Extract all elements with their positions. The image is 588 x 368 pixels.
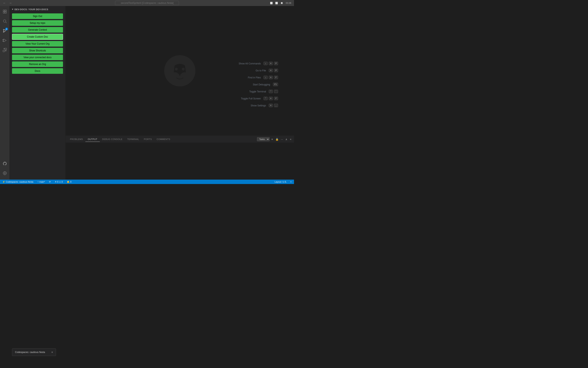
svg-point-22 — [175, 68, 178, 70]
tab-comments[interactable]: COMMENTS — [154, 137, 173, 142]
shortcut-start-debugging: Start Debugging F5 — [239, 83, 278, 86]
panel-close-icon[interactable]: × — [289, 138, 292, 141]
remove-org-button[interactable]: Remove an Org — [12, 61, 63, 67]
status-notifications[interactable]: 🔔 0 — [66, 181, 72, 183]
window-fullscreen-icon[interactable]: 🔲 — [280, 1, 284, 5]
generate-context-button[interactable]: Generate Context — [12, 27, 63, 33]
svg-point-16 — [4, 173, 5, 174]
activity-bar-bottom — [0, 159, 9, 180]
activity-github[interactable] — [0, 159, 9, 168]
svg-point-6 — [3, 29, 4, 30]
tab-ports[interactable]: PORTS — [141, 137, 154, 142]
svg-rect-3 — [5, 12, 6, 13]
activity-bar: 1 — [0, 6, 9, 180]
title-bar: ← → 🔍 ⬜ ⬜ 🔲 05:08 — [0, 0, 294, 6]
warning-icon: ⚠ — [59, 181, 61, 183]
panel-right-controls: Tasks ≡ 🔒 ··· ∧ × — [257, 137, 292, 141]
activity-search[interactable] — [0, 16, 9, 26]
tasks-dropdown[interactable]: Tasks — [257, 137, 270, 141]
tab-terminal[interactable]: TERMINAL — [125, 137, 141, 142]
remote-icon: ⚡ — [2, 181, 5, 183]
shortcut-toggle-terminal: Toggle Terminal ^ ` — [239, 90, 278, 93]
status-branch[interactable]: ⑂ main* — [37, 181, 46, 183]
main-content: Show All Commands ⇧ ⌘ P Go to File ⌘ P F… — [66, 6, 294, 180]
sidebar-title: ▾ DEV-DOCS: YOUR DEV-DOCS — [9, 6, 65, 12]
bell-icon: 🔔 — [67, 181, 70, 183]
svg-marker-9 — [4, 39, 6, 42]
git-branch-icon: ⑂ — [37, 181, 39, 183]
app-layout: 1 — [0, 6, 294, 180]
nav-buttons: ← → — [2, 1, 13, 5]
svg-rect-14 — [3, 50, 4, 52]
title-search-input[interactable] — [115, 1, 179, 5]
show-shortcuts-button[interactable]: Show Shortcuts — [12, 48, 63, 53]
create-custom-doc-button[interactable]: Create Custom Doc — [12, 34, 63, 40]
activity-run-debug[interactable] — [0, 36, 9, 45]
shortcut-show-all-commands: Show All Commands ⇧ ⌘ P — [239, 62, 278, 65]
tab-output[interactable]: OUTPUT — [85, 137, 100, 142]
window-layout-icon[interactable]: ⬜ — [269, 1, 274, 5]
svg-point-12 — [3, 39, 3, 40]
status-bar: ⚡ Codespaces: cautious fiesta ⑂ main* ⟳ … — [0, 180, 294, 184]
panel-lock-icon[interactable]: 🔒 — [275, 138, 279, 141]
shortcut-show-settings: Show Settings ⌘ , — [239, 104, 278, 107]
vscode-ghost-logo — [154, 45, 206, 97]
window-time: 05:08 — [285, 1, 292, 5]
panel-expand-icon[interactable]: ∧ — [285, 138, 288, 141]
nav-forward-button[interactable]: → — [8, 1, 13, 5]
error-icon: ✕ — [55, 181, 57, 183]
sidebar: ▾ DEV-DOCS: YOUR DEV-DOCS Sign Out Setup… — [9, 6, 66, 180]
svg-line-5 — [6, 22, 7, 23]
sign-out-button[interactable]: Sign Out — [12, 13, 63, 19]
sidebar-buttons: Sign Out Setup my repo Generate Context … — [9, 12, 65, 75]
status-sync[interactable]: ⟳ — [48, 181, 52, 183]
panel-tabs: PROBLEMS OUTPUT DEBUG CONSOLE TERMINAL P… — [66, 136, 294, 143]
svg-point-23 — [182, 68, 184, 70]
status-layout[interactable]: Layout: U.S. — [274, 181, 288, 183]
svg-rect-2 — [3, 12, 4, 13]
title-bar-right: ⬜ ⬜ 🔲 05:08 — [269, 1, 292, 5]
svg-rect-1 — [5, 10, 6, 11]
view-connected-docs-button[interactable]: View your connected docs — [12, 55, 63, 60]
shortcut-toggle-fullscreen: Toggle Full Screen ^ ⌘ F — [239, 97, 278, 100]
docs-button[interactable]: Docs — [12, 68, 63, 74]
shortcut-hints: Show All Commands ⇧ ⌘ P Go to File ⌘ P F… — [239, 62, 278, 107]
shortcut-find-in-files: Find in Files ⇧ ⌘ F — [239, 76, 278, 79]
nav-back-button[interactable]: ← — [2, 1, 7, 5]
svg-rect-0 — [3, 10, 4, 11]
tab-debug-console[interactable]: DEBUG CONSOLE — [100, 137, 125, 142]
bottom-panel: PROBLEMS OUTPUT DEBUG CONSOLE TERMINAL P… — [66, 136, 294, 180]
title-bar-center: 🔍 — [115, 1, 179, 5]
activity-extensions[interactable] — [0, 45, 9, 55]
view-current-org-button[interactable]: View Your Current Org — [12, 41, 63, 46]
activity-explorer[interactable] — [0, 7, 9, 16]
sidebar-chevron-icon: ▾ — [12, 8, 13, 11]
tab-problems[interactable]: PROBLEMS — [68, 137, 85, 142]
status-errors[interactable]: ✕ 0 ⚠ 0 — [54, 181, 64, 183]
panel-content — [66, 143, 294, 180]
panel-more-icon[interactable]: ··· — [280, 138, 284, 141]
status-expand-icon[interactable]: × — [290, 181, 292, 183]
panel-list-icon[interactable]: ≡ — [271, 138, 274, 141]
status-bar-left: ⚡ Codespaces: cautious fiesta — [2, 181, 34, 183]
source-control-badge: 1 — [5, 28, 8, 30]
status-bar-right: Layout: U.S. × — [274, 181, 292, 183]
editor-area: Show All Commands ⇧ ⌘ P Go to File ⌘ P F… — [66, 6, 294, 136]
svg-rect-15 — [5, 48, 6, 50]
activity-source-control[interactable]: 1 — [0, 26, 9, 36]
window-split-icon[interactable]: ⬜ — [274, 1, 279, 5]
svg-point-4 — [3, 20, 6, 22]
search-wrapper: 🔍 — [115, 1, 179, 5]
svg-point-13 — [3, 41, 3, 41]
shortcut-go-to-file: Go to File ⌘ P — [239, 69, 278, 72]
activity-remote[interactable] — [0, 168, 9, 178]
setup-repo-button[interactable]: Setup my repo — [12, 20, 63, 26]
status-remote[interactable]: ⚡ Codespaces: cautious fiesta — [2, 181, 34, 183]
